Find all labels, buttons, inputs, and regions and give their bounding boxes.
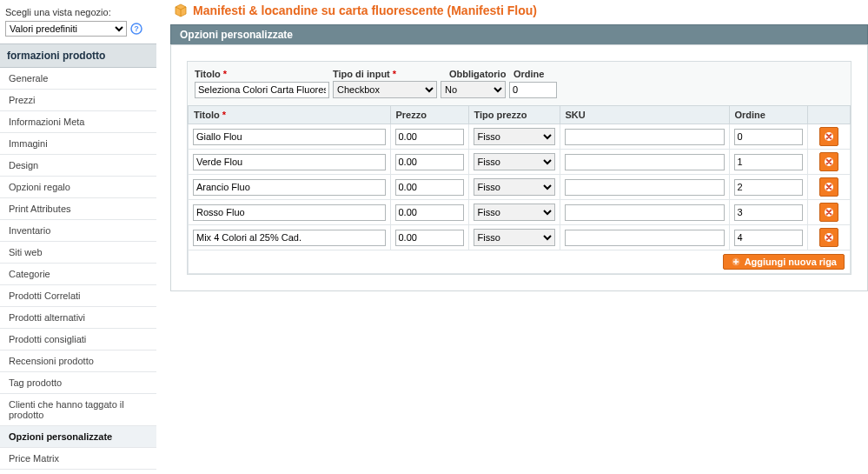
option-title-input[interactable] [195, 82, 329, 98]
row-title-input[interactable] [193, 129, 386, 145]
row-price-input[interactable] [395, 129, 464, 145]
delete-row-button[interactable] [819, 228, 838, 247]
sidebar-item[interactable]: Opzioni personalizzate [0, 426, 156, 448]
option-sort-order-input[interactable] [509, 82, 557, 98]
add-row-button[interactable]: Aggiungi nuova riga [723, 254, 845, 270]
row-title-input[interactable] [193, 204, 386, 221]
delete-row-button[interactable] [819, 127, 838, 146]
col-header-price-type: Tipo prezzo [468, 106, 560, 124]
product-icon [174, 3, 188, 17]
option-value-row: Fisso [189, 124, 851, 150]
option-required-select[interactable]: No [441, 81, 506, 98]
row-sku-input[interactable] [565, 179, 725, 196]
row-price-input[interactable] [395, 204, 464, 221]
sidebar-item[interactable]: Prezzi [0, 90, 156, 111]
sidebar-item[interactable]: Categorie [0, 264, 156, 285]
option-value-row: Fisso [189, 150, 851, 175]
sidebar-item[interactable]: Tag prodotto [0, 372, 156, 394]
content-area: Manifesti & locandine su carta fluoresce… [156, 0, 868, 474]
sidebar-item[interactable]: Informazioni Meta [0, 111, 156, 133]
row-sku-input[interactable] [565, 230, 725, 246]
sidebar: Scegli una vista negozio: Valori predefi… [0, 0, 156, 474]
store-scope-label: Scegli una vista negozio: [0, 7, 156, 21]
option-block: Titolo * Tipo di input * Obbligatorio Or… [187, 61, 851, 275]
sidebar-item[interactable]: Prodotti associati [0, 470, 156, 474]
row-sku-input[interactable] [565, 204, 725, 221]
sidebar-item[interactable]: Generale [0, 68, 156, 90]
add-row-label: Aggiungi nuova riga [745, 257, 837, 267]
row-sort-order-input[interactable] [734, 179, 803, 196]
page-title: Manifesti & locandine su carta fluoresce… [193, 3, 537, 17]
row-price-type-select[interactable]: Fisso [474, 178, 555, 196]
svg-text:?: ? [134, 24, 139, 33]
option-input-type-select[interactable]: Checkbox [333, 81, 437, 98]
row-sku-input[interactable] [565, 154, 725, 170]
sidebar-item[interactable]: Opzioni regalo [0, 177, 156, 198]
sidebar-item[interactable]: Print Attributes [0, 198, 156, 220]
row-sku-input[interactable] [565, 129, 725, 145]
option-value-row: Fisso [189, 225, 851, 250]
col-header-title: Titolo * [189, 106, 391, 124]
option-value-row: Fisso [189, 175, 851, 200]
sidebar-item[interactable]: Prodotti consigliati [0, 329, 156, 350]
row-price-input[interactable] [395, 179, 464, 196]
row-price-type-select[interactable]: Fisso [474, 128, 555, 145]
row-sort-order-input[interactable] [734, 230, 803, 246]
sidebar-item[interactable]: Prodotti alternativi [0, 307, 156, 329]
label-required: Obbligatorio [449, 69, 510, 79]
col-header-sort-order: Ordine [729, 106, 807, 124]
row-sort-order-input[interactable] [734, 129, 803, 145]
row-price-type-select[interactable]: Fisso [474, 204, 555, 221]
sidebar-item[interactable]: Prodotti Correlati [0, 285, 156, 307]
help-icon[interactable]: ? [130, 23, 142, 35]
label-title: Titolo * [195, 69, 329, 79]
panel-header: Opzioni personalizzate [170, 24, 868, 44]
row-sort-order-input[interactable] [734, 154, 803, 170]
delete-row-button[interactable] [819, 152, 838, 171]
row-price-type-select[interactable]: Fisso [474, 229, 555, 246]
sidebar-item[interactable]: Design [0, 155, 156, 177]
sidebar-section-title: formazioni prodotto [0, 43, 156, 68]
delete-row-button[interactable] [819, 177, 838, 197]
option-value-row: Fisso [189, 200, 851, 225]
sidebar-item[interactable]: Clienti che hanno taggato il prodotto [0, 394, 156, 426]
row-price-input[interactable] [395, 154, 464, 170]
col-header-sku: SKU [560, 106, 729, 124]
sidebar-item[interactable]: Inventario [0, 220, 156, 242]
row-sort-order-input[interactable] [734, 204, 803, 221]
row-title-input[interactable] [193, 179, 386, 196]
option-values-table: Titolo * Prezzo Tipo prezzo SKU Ordine F… [188, 105, 851, 274]
store-scope-select[interactable]: Valori predefiniti [5, 21, 127, 37]
row-price-type-select[interactable]: Fisso [474, 153, 555, 170]
label-input-type: Tipo di input * [333, 69, 446, 79]
delete-row-button[interactable] [819, 203, 838, 222]
sidebar-item[interactable]: Immagini [0, 133, 156, 155]
col-header-price: Prezzo [390, 106, 468, 124]
sidebar-item[interactable]: Price Matrix [0, 448, 156, 470]
row-title-input[interactable] [193, 230, 386, 246]
row-title-input[interactable] [193, 154, 386, 170]
sidebar-item[interactable]: Siti web [0, 242, 156, 264]
label-sort-order: Ordine [514, 69, 561, 79]
plus-icon [731, 257, 741, 267]
row-price-input[interactable] [395, 230, 464, 246]
sidebar-item[interactable]: Recensioni prodotto [0, 350, 156, 372]
